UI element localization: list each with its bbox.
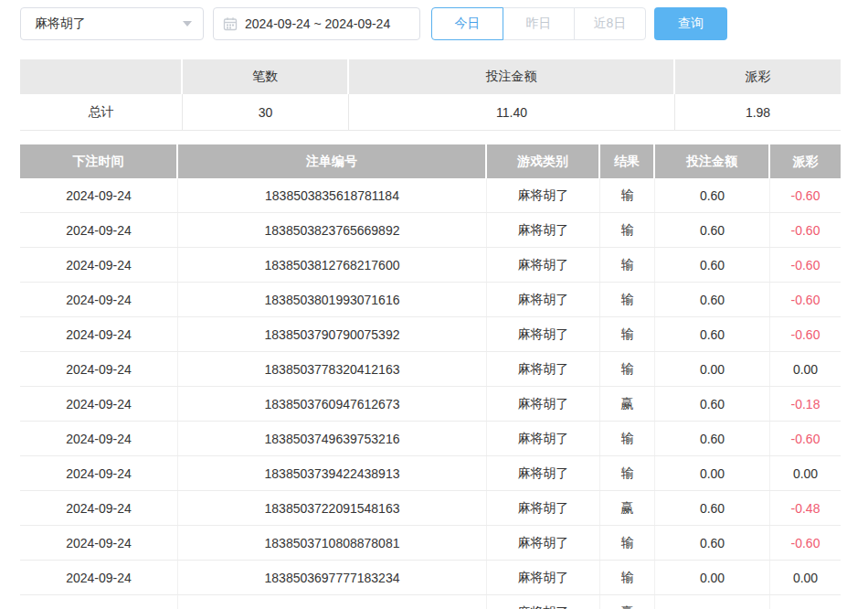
summary-header-count: 笔数 <box>183 59 349 94</box>
table-row: 2024-09-24 1838503697777183234 麻将胡了 输 0.… <box>20 561 841 595</box>
cell-payout: -0.60 <box>770 283 841 316</box>
summary-header-row: 笔数 投注金额 派彩 <box>20 59 841 94</box>
col-bet-number: 注单编号 <box>178 144 487 178</box>
summary-total-payout: 1.98 <box>675 94 841 130</box>
cell-result: 输 <box>600 248 655 282</box>
query-button[interactable]: 查询 <box>654 7 727 40</box>
cell-game-type: 麻将胡了 <box>487 561 600 594</box>
cell-bet-number: 1838503760947612673 <box>178 387 487 421</box>
summary-table: 笔数 投注金额 派彩 总计 30 11.40 1.98 <box>20 59 841 131</box>
cell-bet-time: 2024-09-24 <box>20 317 178 351</box>
cell-game-type: 麻将胡了 <box>487 213 600 247</box>
cell-result: 赢 <box>600 387 655 421</box>
game-select-value: 麻将胡了 <box>35 16 86 32</box>
cell-game-type: 麻将胡了 <box>487 317 600 351</box>
cell-bet-amount <box>655 595 770 609</box>
cell-bet-time: 2024-09-24 <box>20 352 178 386</box>
calendar-icon <box>223 16 238 31</box>
cell-bet-amount: 0.60 <box>655 387 770 421</box>
cell-result: 输 <box>600 178 655 212</box>
cell-payout: 0.00 <box>770 456 841 490</box>
cell-bet-number: 1838503812768217600 <box>178 248 487 282</box>
cell-payout: -0.60 <box>770 178 841 212</box>
cell-result: 输 <box>600 352 655 386</box>
cell-bet-amount: 0.00 <box>655 456 770 490</box>
table-row: 2024-09-24 1838503722091548163 麻将胡了 赢 0.… <box>20 491 841 526</box>
cell-bet-amount: 0.60 <box>655 317 770 351</box>
cell-bet-number: 1838503835618781184 <box>178 178 487 212</box>
cell-payout: -0.18 <box>770 387 841 421</box>
table-row: 2024-09-24 1838503835618781184 麻将胡了 输 0.… <box>20 178 841 213</box>
col-bet-time: 下注时间 <box>20 144 178 178</box>
col-payout: 派彩 <box>770 144 841 178</box>
cell-result: 输 <box>600 561 655 594</box>
cell-result: 输 <box>600 283 655 316</box>
summary-header-blank <box>20 59 183 94</box>
cell-bet-number <box>178 595 487 609</box>
cell-bet-number: 1838503749639753216 <box>178 422 487 455</box>
cell-bet-number: 1838503823765669892 <box>178 213 487 247</box>
cell-payout: 0.00 <box>770 352 841 386</box>
cell-payout: -0.48 <box>770 491 841 525</box>
summary-total-row: 总计 30 11.40 1.98 <box>20 94 841 131</box>
cell-bet-time: 2024-09-24 <box>20 491 178 525</box>
records-table: 下注时间 注单编号 游戏类别 结果 投注金额 派彩 2024-09-24 183… <box>20 144 841 609</box>
betting-records-page: 麻将胡了 2024-09-24 ~ 2024-09-24 <box>0 0 868 609</box>
cell-payout: -0.60 <box>770 248 841 282</box>
cell-payout: -0.60 <box>770 317 841 351</box>
cell-result: 输 <box>600 213 655 247</box>
cell-bet-amount: 0.60 <box>655 178 770 212</box>
cell-bet-time: 2024-09-24 <box>20 248 178 282</box>
cell-bet-number: 1838503739422438913 <box>178 456 487 490</box>
last-8-days-button[interactable]: 近8日 <box>574 7 646 40</box>
table-row: 2024-09-24 1838503801993071616 麻将胡了 输 0.… <box>20 283 841 317</box>
cell-bet-amount: 0.60 <box>655 283 770 316</box>
cell-bet-time <box>20 595 178 609</box>
cell-bet-amount: 0.60 <box>655 422 770 455</box>
date-range-value: 2024-09-24 ~ 2024-09-24 <box>245 16 390 31</box>
cell-result: 输 <box>600 422 655 455</box>
cell-bet-time: 2024-09-24 <box>20 456 178 490</box>
cell-game-type: 麻将胡了 <box>487 178 600 212</box>
cell-payout: -0.60 <box>770 526 841 560</box>
records-body: 2024-09-24 1838503835618781184 麻将胡了 输 0.… <box>20 178 841 609</box>
cell-game-type: 麻将胡了 <box>487 387 600 421</box>
cell-bet-amount: 0.60 <box>655 526 770 560</box>
yesterday-button[interactable]: 昨日 <box>503 7 575 40</box>
cell-bet-time: 2024-09-24 <box>20 422 178 455</box>
table-row: 麻将胡了 赢 <box>20 595 841 609</box>
summary-header-payout: 派彩 <box>675 59 841 94</box>
cell-result: 赢 <box>600 491 655 525</box>
summary-total-count: 30 <box>183 94 349 130</box>
table-row: 2024-09-24 1838503790790075392 麻将胡了 输 0.… <box>20 317 841 352</box>
cell-bet-amount: 0.60 <box>655 248 770 282</box>
today-button[interactable]: 今日 <box>431 7 503 40</box>
cell-bet-time: 2024-09-24 <box>20 561 178 594</box>
chevron-down-icon <box>183 21 192 27</box>
cell-payout: -0.60 <box>770 422 841 455</box>
cell-result: 输 <box>600 317 655 351</box>
cell-result: 输 <box>600 526 655 560</box>
summary-total-label: 总计 <box>20 94 183 130</box>
cell-game-type: 麻将胡了 <box>487 248 600 282</box>
cell-bet-amount: 0.60 <box>655 213 770 247</box>
cell-payout: -0.60 <box>770 213 841 247</box>
cell-bet-amount: 0.00 <box>655 352 770 386</box>
cell-game-type: 麻将胡了 <box>487 456 600 490</box>
cell-bet-number: 1838503722091548163 <box>178 491 487 525</box>
cell-bet-time: 2024-09-24 <box>20 178 178 212</box>
cell-game-type: 麻将胡了 <box>487 283 600 316</box>
cell-bet-number: 1838503778320412163 <box>178 352 487 386</box>
cell-bet-number: 1838503697777183234 <box>178 561 487 594</box>
table-row: 2024-09-24 1838503823765669892 麻将胡了 输 0.… <box>20 213 841 248</box>
date-range-input[interactable]: 2024-09-24 ~ 2024-09-24 <box>213 7 420 40</box>
cell-bet-number: 1838503790790075392 <box>178 317 487 351</box>
table-row: 2024-09-24 1838503749639753216 麻将胡了 输 0.… <box>20 422 841 456</box>
table-row: 2024-09-24 1838503710808878081 麻将胡了 输 0.… <box>20 526 841 561</box>
toolbar: 麻将胡了 2024-09-24 ~ 2024-09-24 <box>0 0 868 40</box>
table-row: 2024-09-24 1838503739422438913 麻将胡了 输 0.… <box>20 456 841 491</box>
col-game-type: 游戏类别 <box>487 144 600 178</box>
game-select[interactable]: 麻将胡了 <box>20 7 204 40</box>
col-result: 结果 <box>600 144 655 178</box>
records-header-row: 下注时间 注单编号 游戏类别 结果 投注金额 派彩 <box>20 144 841 178</box>
